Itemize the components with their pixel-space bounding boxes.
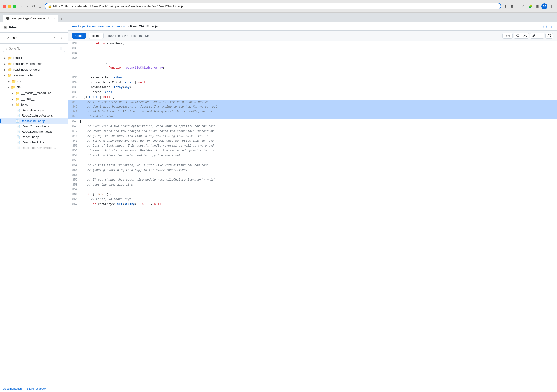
line-number[interactable]: 837 — [68, 80, 80, 85]
breadcrumb-packages[interactable]: packages — [82, 24, 96, 28]
sidebar-item-react-is[interactable]: ▶ 📁 react-is — [0, 55, 68, 61]
sidebar-item-more[interactable]: 📄 ReactFiberAsyncAction... — [0, 145, 68, 150]
sidebar-item-react-captured-value[interactable]: 📄 ReactCapturedValue.js — [0, 113, 68, 118]
sidebar-item-react-current-fiber[interactable]: 📄 ReactCurrentFiber.js — [0, 124, 68, 129]
sidebar-item-mocks-scheduler[interactable]: ▶ 📁 __mocks__/scheduler — [0, 90, 68, 96]
sidebar-item-npm[interactable]: ▶ 📁 npm — [0, 78, 68, 84]
sidebar-toggle-button[interactable]: ⊟ — [535, 3, 540, 9]
search-input[interactable] — [9, 47, 58, 50]
reload-button[interactable]: ↻ — [30, 3, 37, 9]
line-number[interactable]: 836 — [68, 75, 80, 80]
line-number[interactable]: 845 — [68, 119, 80, 124]
breadcrumb-react-reconciler[interactable]: react-reconciler — [98, 24, 120, 28]
share-button[interactable]: ↑ — [516, 3, 519, 9]
chevron-right-icon: ▶ — [4, 63, 6, 65]
sidebar-item-react-native-renderer[interactable]: ▶ 📁 react-native-renderer — [0, 61, 68, 67]
line-number[interactable]: 862 — [68, 202, 80, 207]
breadcrumb-react[interactable]: react — [72, 24, 79, 28]
edit-icon — [532, 34, 536, 37]
line-number[interactable]: 847 — [68, 129, 80, 134]
sidebar-item-tests[interactable]: ▶ 📁 __tests__ — [0, 96, 68, 102]
line-number[interactable]: 833 — [68, 46, 80, 51]
file-icon: 📄 — [17, 114, 20, 117]
sidebar-item-react-reconciler[interactable]: ▾ 📁 react-reconciler — [0, 73, 68, 78]
line-number[interactable]: 832 — [68, 41, 80, 46]
line-number[interactable]: 857 — [68, 177, 80, 182]
line-number[interactable]: 838 — [68, 85, 80, 90]
address-input[interactable] — [53, 4, 498, 8]
line-content: // with that model. If it ends up not be… — [80, 109, 557, 114]
sidebar-item-react-event-priorities[interactable]: 📄 ReactEventPriorities.js — [0, 129, 68, 134]
menu-button[interactable]: ⋮ — [549, 3, 554, 9]
branch-add-icon[interactable]: + — [57, 36, 59, 40]
raw-button[interactable]: Raw — [502, 33, 513, 39]
translate-button[interactable]: ⊞ — [509, 3, 514, 9]
new-tab-button[interactable]: + — [59, 17, 65, 22]
line-number[interactable]: 842 — [68, 104, 80, 109]
sidebar-item-react-child-fiber[interactable]: 📄 ReactChildFiber.js — [0, 118, 68, 124]
fullscreen-icon — [547, 34, 551, 37]
line-number[interactable]: 850 — [68, 143, 80, 148]
sidebar-item-src[interactable]: ▾ 📁 src — [0, 84, 68, 90]
line-number[interactable]: 844 — [68, 114, 80, 119]
code-container[interactable]: 832 return knownKeys; 833 } 834 — [68, 41, 557, 392]
line-number[interactable]: 840 — [68, 95, 80, 100]
blame-tab-button[interactable]: Blame — [89, 33, 104, 39]
line-number[interactable]: 849 — [68, 139, 80, 143]
edit-button[interactable] — [530, 33, 538, 38]
line-number[interactable]: 861 — [68, 197, 80, 202]
line-number[interactable]: 841 — [68, 100, 80, 104]
code-tab-button[interactable]: Code — [72, 33, 86, 39]
line-number[interactable]: 835 — [68, 56, 80, 75]
sidebar-item-forks[interactable]: ▶ 📁 forks — [0, 102, 68, 108]
fullscreen-button[interactable] — [545, 33, 553, 39]
line-number[interactable]: 856 — [68, 173, 80, 177]
sidebar-item-react-fiber[interactable]: 📄 ReactFiber.js — [0, 134, 68, 140]
fullscreen-window-button[interactable] — [13, 5, 16, 8]
breadcrumb-bar: react / packages / react-reconciler / sr… — [68, 22, 557, 31]
line-number[interactable]: 834 — [68, 51, 80, 56]
top-button[interactable]: ↑ ↑ Top — [543, 24, 553, 28]
home-button[interactable]: ⌂ — [38, 3, 43, 9]
copy-button[interactable] — [514, 33, 521, 38]
share-feedback-link[interactable]: Share feedback — [27, 387, 46, 390]
fold-button[interactable]: ▾ — [105, 61, 108, 64]
line-number[interactable]: 851 — [68, 148, 80, 153]
line-content: newChildren: Array<any>, — [80, 85, 557, 90]
account-avatar[interactable]: BJ — [541, 3, 547, 9]
download-page-button[interactable]: ⬇ — [503, 3, 508, 9]
sidebar-item-debug-tracing[interactable]: 📄 DebugTracing.js — [0, 108, 68, 113]
active-tab[interactable]: ⚫ react/packages/react-reconcil... ✕ — [3, 15, 58, 22]
line-number[interactable]: 852 — [68, 153, 80, 158]
breadcrumb-src[interactable]: src — [123, 24, 127, 28]
download-button[interactable] — [521, 33, 529, 38]
line-number[interactable]: 839 — [68, 90, 80, 95]
search-box[interactable]: ⌕ t — [3, 46, 65, 52]
browser-chrome: ‹ › ↻ ⌂ 🔒 ⬇ ⊞ ↑ ☆ 🧩 ⊟ BJ ⋮ — [0, 0, 557, 13]
line-number[interactable]: 855 — [68, 168, 80, 173]
sidebar-item-react-fiber-act[interactable]: 📄 ReactFiberAct.js — [0, 140, 68, 145]
line-number[interactable]: 860 — [68, 192, 80, 197]
branch-search-icon[interactable]: ⌕ — [61, 36, 62, 40]
line-number[interactable]: 843 — [68, 109, 80, 114]
table-row: 858 // uses the same algorithm. — [68, 182, 557, 187]
line-number[interactable]: 848 — [68, 134, 80, 139]
sidebar-item-react-noop-renderer[interactable]: ▶ 📁 react-noop-renderer — [0, 67, 68, 73]
more-edit-options-button[interactable] — [538, 33, 544, 38]
extensions-button[interactable]: 🧩 — [528, 3, 534, 9]
bookmark-button[interactable]: ☆ — [521, 3, 526, 9]
branch-chevron-icon: ▾ — [54, 36, 55, 40]
branch-button[interactable]: ⎇ main ▾ + ⌕ — [3, 35, 65, 41]
documentation-link[interactable]: Documentation — [3, 387, 22, 390]
close-window-button[interactable] — [3, 5, 6, 8]
tab-close-button[interactable]: ✕ — [53, 17, 55, 20]
line-number[interactable]: 858 — [68, 182, 80, 187]
line-number[interactable]: 846 — [68, 124, 80, 129]
line-number[interactable]: 853 — [68, 158, 80, 163]
back-button[interactable]: ‹ — [20, 3, 24, 9]
line-number[interactable]: 854 — [68, 163, 80, 168]
forward-button[interactable]: › — [25, 3, 29, 9]
line-number[interactable]: 859 — [68, 187, 80, 192]
minimize-window-button[interactable] — [8, 5, 11, 8]
address-bar-container[interactable]: 🔒 — [45, 3, 501, 9]
